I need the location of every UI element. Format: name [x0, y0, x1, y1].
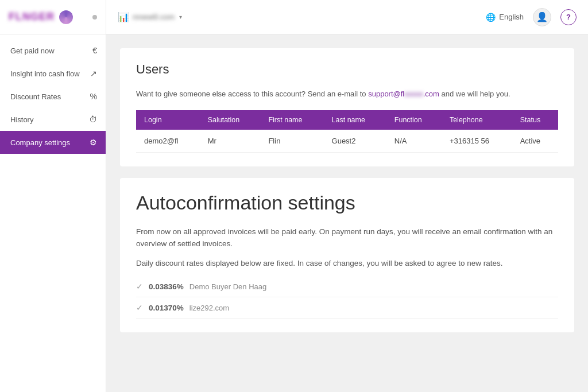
col-first-name: First name [260, 110, 323, 130]
checkmark-icon-1: ✓ [136, 303, 143, 312]
avatar[interactable]: 👤 [533, 8, 551, 26]
info-text-end: and we will help you. [442, 90, 510, 98]
col-telephone: Telephone [442, 110, 512, 130]
users-title: Users [136, 62, 558, 77]
bar-chart-icon: 📊 [118, 11, 129, 22]
chart-icon: ↗ [90, 69, 97, 78]
logo-text: FLNGER [9, 11, 55, 23]
sidebar-nav: Get paid now € Insight into cash flow ↗ … [0, 39, 106, 154]
gear-icon: ⚙ [90, 138, 97, 147]
autoconf-title: Autoconfirmation settings [136, 192, 558, 214]
sidebar-label-get-paid: Get paid now [10, 46, 55, 55]
percent-icon: % [90, 92, 97, 101]
sidebar-item-company[interactable]: Company settings ⚙ [0, 131, 106, 154]
euro-icon: € [92, 46, 97, 55]
header: 📊 mnewl0.com ▾ 🌐 English 👤 ? [106, 0, 588, 34]
globe-icon: 🌐 [486, 13, 496, 22]
help-button[interactable]: ? [560, 9, 577, 25]
autoconf-card: Autoconfirmation settings From now on al… [120, 178, 574, 333]
rate-name-1: lize292.com [189, 304, 229, 312]
users-card: Users Want to give someone else access t… [120, 48, 574, 166]
main-wrapper: 📊 mnewl0.com ▾ 🌐 English 👤 ? Users Want … [106, 0, 588, 392]
cell-telephone: +316315 56 [442, 130, 512, 153]
clock-icon: ⏱ [89, 115, 97, 124]
language-label: English [499, 13, 524, 21]
col-salutation: Salutation [200, 110, 261, 130]
chevron-down-icon: ▾ [179, 14, 182, 20]
rate-value-1: 0.01370% [149, 304, 184, 312]
sidebar-label-company: Company settings [10, 138, 70, 147]
sidebar-logo: FLNGER [0, 0, 106, 34]
users-info: Want to give someone else access to this… [136, 88, 558, 100]
support-email-link[interactable]: support@flxxxxx.com [368, 90, 439, 98]
cell-status: Active [512, 130, 558, 153]
rate-item-0: ✓ 0.03836% Demo Buyer Den Haag [136, 276, 558, 297]
autoconf-desc2: Daily discount rates displayed below are… [136, 257, 558, 270]
cell-function: N/A [386, 130, 442, 153]
users-table-body: demo2@fl Mr Flin Guest2 N/A +316315 56 A… [136, 130, 558, 153]
sidebar-label-insight: Insight into cash flow [10, 69, 80, 78]
table-row: demo2@fl Mr Flin Guest2 N/A +316315 56 A… [136, 130, 558, 153]
checkmark-icon-0: ✓ [136, 282, 143, 291]
cell-first-name: Flin [260, 130, 323, 153]
sidebar: FLNGER Get paid now € Insight into cash … [0, 0, 106, 392]
logo-spinner-icon [59, 10, 73, 24]
sidebar-item-get-paid[interactable]: Get paid now € [0, 39, 106, 62]
info-text-start: Want to give someone else access to this… [136, 90, 368, 98]
cell-login: demo2@fl [136, 130, 200, 153]
header-company-selector[interactable]: 📊 mnewl0.com ▾ [118, 11, 182, 22]
sidebar-item-insight[interactable]: Insight into cash flow ↗ [0, 62, 106, 85]
header-company-name: mnewl0.com [133, 13, 175, 21]
autoconf-desc1: From now on all approved invoices will b… [136, 226, 558, 250]
col-function: Function [386, 110, 442, 130]
help-label: ? [566, 13, 571, 21]
main-content: Users Want to give someone else access t… [106, 34, 588, 392]
sidebar-dot [92, 15, 97, 20]
sidebar-item-discount[interactable]: Discount Rates % [0, 85, 106, 108]
language-selector[interactable]: 🌐 English [486, 13, 524, 22]
sidebar-item-history[interactable]: History ⏱ [0, 108, 106, 131]
sidebar-label-discount: Discount Rates [10, 92, 61, 101]
col-last-name: Last name [324, 110, 386, 130]
col-status: Status [512, 110, 558, 130]
rate-value-0: 0.03836% [149, 282, 184, 291]
rate-item-1: ✓ 0.01370% lize292.com [136, 297, 558, 319]
users-table: Login Salutation First name Last name Fu… [136, 110, 558, 153]
sidebar-label-history: History [10, 115, 33, 124]
avatar-icon: 👤 [536, 11, 548, 22]
rate-name-0: Demo Buyer Den Haag [189, 282, 266, 291]
cell-last-name: Guest2 [324, 130, 386, 153]
cell-salutation: Mr [200, 130, 261, 153]
users-table-head: Login Salutation First name Last name Fu… [136, 110, 558, 130]
col-login: Login [136, 110, 200, 130]
